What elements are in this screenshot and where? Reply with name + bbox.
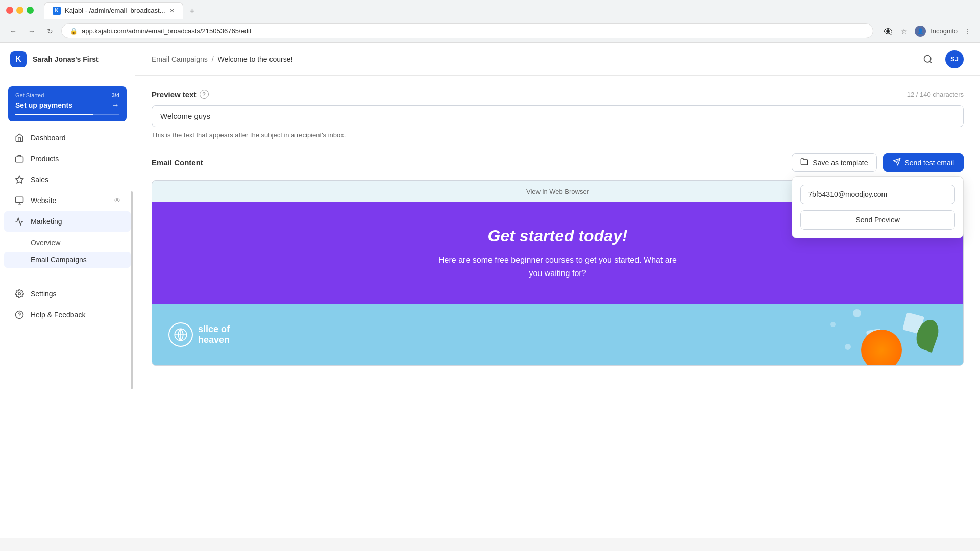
char-count: 12 / 140 characters <box>907 91 964 98</box>
email-content-section: Email Content Save as template <box>152 153 964 366</box>
help-tooltip-icon[interactable]: ? <box>200 90 209 99</box>
sidebar-logo: K <box>10 51 27 67</box>
tab-bar: K Kajabi - /admin/email_broadcast... ✕ + <box>38 2 206 19</box>
get-started-badge: 3/4 <box>112 92 119 98</box>
address-bar: ← → ↻ 🔒 app.kajabi.com/admin/email_broad… <box>0 20 980 42</box>
sidebar-scroll: Get Started 3/4 Set up payments → Dashbo… <box>0 76 135 538</box>
breadcrumb: Email Campaigns / Welcome to the course! <box>152 55 292 63</box>
url-bar[interactable]: 🔒 app.kajabi.com/admin/email_broadcasts/… <box>61 23 873 38</box>
get-started-banner[interactable]: Get Started 3/4 Set up payments → <box>8 86 127 121</box>
preview-text-section: Preview text ? 12 / 140 characters This … <box>152 90 964 139</box>
marketing-subnav: Overview Email Campaigns <box>0 232 135 270</box>
sidebar-item-settings[interactable]: Settings <box>4 284 131 304</box>
eye-slash-icon[interactable]: 👁‍🗨 <box>881 25 894 37</box>
sidebar-header: K Sarah Jonas's First <box>0 43 135 76</box>
maximize-button[interactable] <box>27 7 34 14</box>
window-controls <box>6 7 34 14</box>
lock-icon: 🔒 <box>70 28 78 35</box>
save-template-button[interactable]: Save as template <box>792 153 876 172</box>
svg-point-5 <box>18 293 21 295</box>
user-avatar[interactable]: SJ <box>945 50 964 68</box>
get-started-label: Get Started <box>15 92 44 98</box>
bubble3-decoration <box>845 344 851 350</box>
preview-text-title: Preview text ? <box>152 90 209 99</box>
app: K Sarah Jonas's First Get Started 3/4 Se… <box>0 43 980 538</box>
breadcrumb-separator: / <box>212 55 214 63</box>
close-button[interactable] <box>6 7 13 14</box>
orange-decoration <box>861 330 902 365</box>
sidebar-item-sales[interactable]: Sales <box>4 169 131 190</box>
preview-helper-text: This is the text that appears after the … <box>152 131 964 139</box>
subnav-overview[interactable]: Overview <box>4 235 131 251</box>
topbar: Email Campaigns / Welcome to the course!… <box>135 43 980 76</box>
active-tab[interactable]: K Kajabi - /admin/email_broadcast... ✕ <box>44 2 183 19</box>
products-icon <box>14 154 24 164</box>
main-content: Email Campaigns / Welcome to the course!… <box>135 43 980 538</box>
sidebar-item-dashboard-label: Dashboard <box>31 134 66 142</box>
sidebar-item-website[interactable]: Website 👁 <box>4 190 131 211</box>
view-in-browser-link[interactable]: View in Web Browser <box>526 188 589 195</box>
sidebar: K Sarah Jonas's First Get Started 3/4 Se… <box>0 43 135 538</box>
svg-rect-2 <box>16 197 23 203</box>
get-started-content: Set up payments → <box>15 101 119 110</box>
bubble1-decoration <box>853 309 861 317</box>
sidebar-item-marketing[interactable]: Marketing <box>4 211 131 232</box>
menu-icon[interactable]: ⋮ <box>962 25 974 37</box>
browser-actions: 👁‍🗨 ☆ 👤 Incognito ⋮ <box>881 25 974 37</box>
sidebar-item-help-label: Help & Feedback <box>31 311 85 319</box>
url-text: app.kajabi.com/admin/email_broadcasts/21… <box>82 27 251 35</box>
footer-logo-text: slice ofheaven <box>198 324 230 346</box>
bookmark-icon[interactable]: ☆ <box>898 25 910 37</box>
search-button[interactable] <box>919 50 937 68</box>
profile-icon[interactable]: 👤 <box>914 25 926 37</box>
bubble2-decoration <box>830 322 836 327</box>
send-icon <box>893 158 901 167</box>
email-actions: Save as template Send test email <box>792 153 964 172</box>
send-test-email-input[interactable] <box>800 185 955 204</box>
footer-logo-icon <box>168 322 193 347</box>
get-started-progress <box>15 114 119 115</box>
new-tab-button[interactable]: + <box>185 5 200 19</box>
svg-point-8 <box>924 55 931 62</box>
email-content-header: Email Content Save as template <box>152 153 964 172</box>
send-test-label: Send test email <box>905 159 954 167</box>
sales-icon <box>14 174 24 185</box>
svg-rect-0 <box>16 157 23 162</box>
svg-marker-1 <box>16 176 23 183</box>
email-hero-body: Here are some free beginner courses to g… <box>435 254 680 280</box>
send-preview-button[interactable]: Send Preview <box>800 210 955 230</box>
back-button[interactable]: ← <box>6 24 20 38</box>
incognito-label: Incognito <box>930 27 958 35</box>
email-footer-section: slice ofheaven <box>152 304 963 365</box>
help-icon <box>14 310 24 320</box>
monitor-icon <box>14 195 24 206</box>
topbar-actions: SJ <box>919 50 964 68</box>
sidebar-item-products-label: Products <box>31 155 59 163</box>
sidebar-item-sales-label: Sales <box>31 176 48 184</box>
get-started-progress-bar <box>15 114 93 115</box>
sidebar-scrollbar <box>131 191 133 389</box>
footer-decorations <box>477 304 963 365</box>
save-template-label: Save as template <box>813 159 868 167</box>
sidebar-item-website-label: Website <box>31 196 56 205</box>
forward-button[interactable]: → <box>24 24 39 38</box>
home-icon <box>14 133 24 143</box>
browser-chrome: K Kajabi - /admin/email_broadcast... ✕ +… <box>0 0 980 43</box>
minimize-button[interactable] <box>16 7 23 14</box>
sidebar-item-help[interactable]: Help & Feedback <box>4 305 131 325</box>
svg-line-9 <box>930 61 932 63</box>
avatar-initials: SJ <box>950 55 959 63</box>
tab-close-icon[interactable]: ✕ <box>169 7 175 14</box>
breadcrumb-parent[interactable]: Email Campaigns <box>152 55 208 63</box>
send-test-button[interactable]: Send test email <box>883 153 964 172</box>
content-area: Preview text ? 12 / 140 characters This … <box>135 76 980 538</box>
subnav-email-campaigns[interactable]: Email Campaigns <box>4 252 131 268</box>
org-name: Sarah Jonas's First <box>33 55 99 63</box>
get-started-title: Set up payments <box>15 101 72 109</box>
eye-icon: 👁 <box>114 197 120 204</box>
marketing-icon <box>14 216 24 227</box>
sidebar-item-dashboard[interactable]: Dashboard <box>4 128 131 148</box>
preview-text-input[interactable] <box>152 105 964 127</box>
sidebar-item-products[interactable]: Products <box>4 148 131 169</box>
refresh-button[interactable]: ↻ <box>43 24 57 38</box>
